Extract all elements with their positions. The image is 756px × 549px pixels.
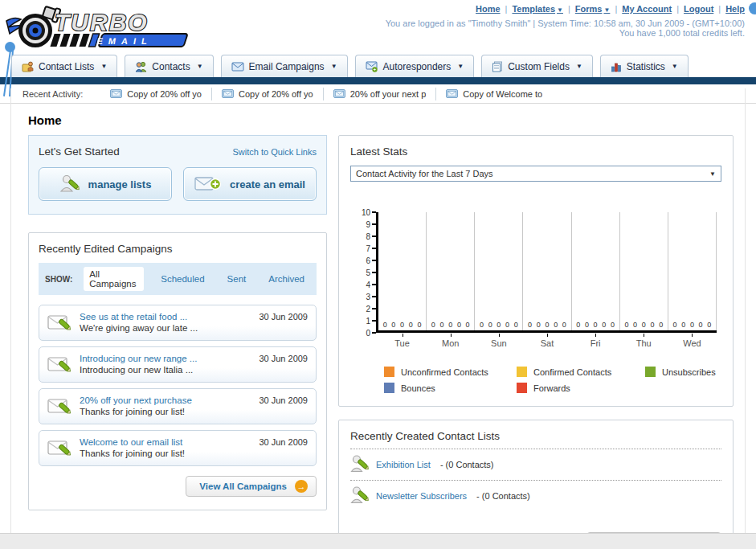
tab-email-campaigns[interactable]: Email Campaigns▼: [221, 55, 348, 77]
chevron-down-icon: ▼: [576, 63, 582, 70]
recent-activity-item[interactable]: Copy of 20% off yo: [100, 88, 212, 100]
tab-custom-fields[interactable]: Custom Fields▼: [481, 55, 593, 77]
campaign-date: 30 Jun 2009: [259, 312, 308, 322]
bar-value-label: 0: [431, 321, 435, 329]
filter-all-campaigns[interactable]: All Campaigns: [84, 267, 144, 291]
contact-list-link[interactable]: Newsletter Subscribers: [376, 491, 467, 501]
bar-value-label: 0: [505, 321, 509, 329]
y-tick-label: 1: [366, 317, 370, 326]
create-email-button[interactable]: create an email: [183, 167, 317, 201]
bar-value-label: 0: [448, 321, 452, 329]
bar-value-label: 0: [528, 321, 532, 329]
chart-y-axis: 012345678910: [355, 212, 376, 333]
tab-label: Statistics: [627, 61, 665, 72]
chevron-down-icon: ▼: [197, 63, 203, 70]
main-tab-bar: Contact Lists▼ Contacts▼ Email Campaigns…: [0, 53, 756, 77]
bar-value-label: 0: [466, 321, 470, 329]
autoresponders-icon: [366, 61, 378, 72]
y-tick-label: 0: [366, 329, 370, 338]
recent-activity-item[interactable]: 20% off your next p: [324, 88, 437, 100]
campaign-card[interactable]: Introducing our new range ... Introducin…: [39, 346, 317, 383]
content-right-edge: [745, 88, 746, 533]
chevron-down-icon: ▼: [100, 63, 107, 70]
switch-quick-links-link[interactable]: Switch to Quick Links: [232, 147, 317, 157]
filter-archived[interactable]: Archived: [263, 272, 310, 286]
y-tick-label: 7: [366, 244, 370, 253]
campaign-list: See us at the retail food ... We're givi…: [39, 305, 317, 466]
nav-separator: |: [505, 4, 508, 14]
edit-list-icon: [350, 485, 370, 506]
nav-link-logout[interactable]: Logout: [684, 4, 713, 14]
latest-stats-title: Latest Stats: [350, 145, 721, 158]
y-tick-label: 3: [366, 293, 370, 301]
view-all-campaigns-label: View All Campaigns: [199, 481, 287, 491]
nav-link-help[interactable]: Help: [725, 4, 745, 14]
contact-list-item[interactable]: Exhibition List - (0 Contacts): [350, 449, 721, 481]
bar-value-label: 0: [611, 321, 615, 329]
tab-contacts[interactable]: Contacts▼: [125, 55, 213, 77]
bar-value-label: 0: [673, 321, 677, 329]
tab-label: Autoresponders: [383, 61, 452, 72]
recently-created-contact-lists-panel: Recently Created Contact Lists Exhibitio…: [338, 420, 734, 549]
edit-campaign-icon: [47, 437, 73, 459]
campaigns-title: Recently Edited Campaigns: [39, 243, 317, 255]
y-tick-label: 4: [366, 281, 370, 289]
legend-label: Confirmed Contacts: [533, 367, 611, 377]
stats-period-select[interactable]: Contact Activity for the Last 7 Days ▼: [350, 166, 721, 182]
y-tick-label: 10: [362, 208, 370, 217]
campaign-title-link[interactable]: Welcome to our email list: [80, 437, 185, 447]
contact-list-item[interactable]: Newsletter Subscribers - (0 Contacts): [350, 481, 721, 511]
tab-contact-lists[interactable]: Contact Lists▼: [11, 55, 117, 77]
x-axis-label: Tue: [378, 338, 426, 348]
nav-link-forms[interactable]: Forms▼: [575, 4, 611, 14]
campaigns-filter-bar: SHOW: All Campaigns Scheduled Sent Archi…: [39, 263, 317, 295]
recent-activity-item-label: Copy of 20% off yo: [239, 89, 313, 99]
tab-label: Email Campaigns: [249, 61, 325, 72]
logo-graphic: EMAIL TURBO: [3, 3, 196, 51]
bar-value-label: 0: [383, 321, 387, 329]
chevron-down-icon: ▼: [603, 6, 610, 14]
contact-lists-title: Recently Created Contact Lists: [350, 430, 721, 449]
campaign-card[interactable]: See us at the retail food ... We're givi…: [39, 305, 317, 341]
legend-label: Unsubscribes: [662, 367, 716, 377]
nav-link-templates[interactable]: Templates▼: [512, 4, 563, 14]
campaign-date: 30 Jun 2009: [259, 437, 308, 447]
bar-value-label: 0: [576, 321, 580, 329]
nav-link-my-account[interactable]: My Account: [622, 4, 672, 14]
y-tick-label: 2: [366, 305, 370, 313]
recent-activity-item[interactable]: Copy of 20% off yo: [212, 88, 324, 100]
nav-separator: |: [615, 4, 617, 14]
tab-statistics[interactable]: Statistics▼: [600, 55, 689, 77]
bar-value-label: 0: [480, 321, 484, 329]
chart-category-group: 00000Tue: [378, 212, 427, 330]
nav-link-home[interactable]: Home: [476, 4, 501, 14]
legend-label: Forwards: [533, 383, 570, 393]
credits-info: You have 1,000 total credits left.: [619, 28, 745, 38]
filter-sent[interactable]: Sent: [222, 272, 252, 286]
show-label: SHOW:: [45, 275, 72, 284]
campaign-title-link[interactable]: See us at the retail food ...: [80, 312, 198, 322]
view-all-campaigns-button[interactable]: View All Campaigns →: [186, 476, 317, 497]
svg-text:TURBO: TURBO: [55, 9, 149, 35]
campaign-title-link[interactable]: Introducing our new range ...: [80, 354, 197, 363]
filter-scheduled[interactable]: Scheduled: [155, 272, 210, 286]
statistics-icon: [611, 61, 622, 72]
recent-activity-item[interactable]: Copy of Welcome to: [436, 88, 552, 100]
chart-category-group: 00000Mon: [427, 212, 475, 330]
campaign-title-link[interactable]: 20% off your next purchase: [80, 395, 192, 405]
legend-swatch: [517, 367, 527, 377]
contact-list-link[interactable]: Exhibition List: [376, 460, 431, 469]
bar-value-label: 0: [497, 321, 501, 329]
campaign-card[interactable]: 20% off your next purchase Thanks for jo…: [39, 388, 317, 424]
page-title: Home: [28, 113, 743, 127]
contact-list-count: - (0 Contacts): [440, 460, 494, 469]
bar-value-label: 0: [417, 321, 421, 329]
tab-autoresponders[interactable]: Autoresponders▼: [355, 55, 475, 77]
campaign-description: Introducing our new Italia ...: [80, 365, 197, 375]
campaign-description: We're giving away our late ...: [80, 323, 198, 333]
turbo-email-logo: EMAIL TURBO: [3, 3, 196, 53]
legend-swatch: [645, 367, 656, 377]
campaign-card[interactable]: Welcome to our email list Thanks for joi…: [39, 430, 317, 466]
manage-lists-button[interactable]: manage lists: [39, 167, 172, 201]
legend-item: Forwards: [517, 383, 645, 393]
